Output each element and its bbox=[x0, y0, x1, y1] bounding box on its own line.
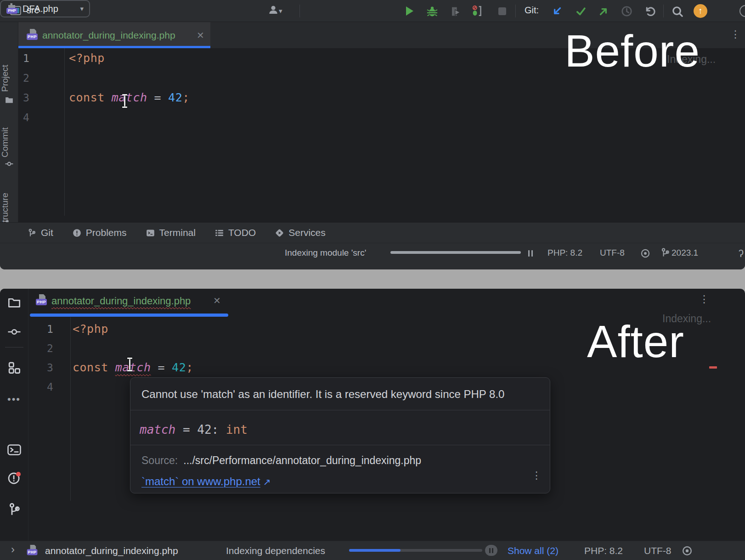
before-after-comparison: src ▾ PHP DFA.php ▾ bbox=[0, 0, 745, 560]
terminal-icon[interactable] bbox=[7, 444, 21, 458]
git-branch-icon[interactable] bbox=[8, 503, 21, 518]
debug-button[interactable] bbox=[426, 5, 438, 19]
php-open-tag: <?php bbox=[73, 322, 108, 336]
type-int: int bbox=[226, 423, 248, 437]
reader-mode-eye-icon[interactable] bbox=[640, 248, 650, 260]
branch-name[interactable]: 2023.1 bbox=[672, 248, 698, 258]
tab-filename[interactable]: annotator_during_indexing.php bbox=[51, 295, 191, 307]
text-cursor bbox=[126, 358, 134, 371]
statusbar-filename[interactable]: annotator_during_indexing.php bbox=[45, 545, 178, 556]
terminal-icon bbox=[146, 229, 155, 237]
user-profile-button[interactable]: ▾ bbox=[268, 0, 282, 22]
sidebar-item-commit[interactable]: Commit bbox=[0, 124, 18, 161]
reader-mode-eye-icon[interactable] bbox=[682, 545, 693, 558]
toolwindow-git[interactable]: Git bbox=[28, 227, 53, 238]
search-icon[interactable] bbox=[672, 6, 683, 19]
chevron-right-icon[interactable]: › bbox=[11, 543, 15, 556]
tab-filename: annotator_during_indexing.php bbox=[42, 30, 175, 41]
operator-equals: = bbox=[158, 361, 165, 374]
problems-icon bbox=[73, 229, 81, 237]
kebab-menu-icon[interactable]: ⋮ bbox=[531, 470, 542, 482]
profiler-button[interactable] bbox=[471, 5, 483, 19]
commit-icon[interactable] bbox=[5, 160, 13, 170]
folder-icon[interactable] bbox=[5, 96, 13, 105]
divider bbox=[130, 410, 550, 410]
project-folder-icon[interactable] bbox=[8, 297, 21, 310]
source-path: .../src/Performance/annotator_during_ind… bbox=[183, 454, 421, 466]
file-encoding-widget[interactable]: UTF-8 bbox=[644, 545, 672, 556]
git-branch-icon bbox=[28, 229, 36, 237]
line-number: 1 bbox=[23, 52, 41, 64]
close-icon[interactable]: ✕ bbox=[213, 295, 221, 306]
divider bbox=[5, 347, 23, 347]
git-commit-check-button[interactable] bbox=[575, 6, 587, 19]
pause-icon[interactable] bbox=[527, 250, 534, 258]
number-42: 42 bbox=[172, 361, 186, 374]
after-screenshot: ••• PHP annotator_during_indexing.php ✕ … bbox=[0, 289, 745, 560]
line-number: 3 bbox=[47, 362, 65, 374]
user-icon bbox=[268, 5, 279, 17]
line-number: 1 bbox=[47, 323, 65, 335]
chevron-down-icon: ▾ bbox=[80, 5, 84, 13]
toolwindow-problems[interactable]: Problems bbox=[73, 227, 127, 238]
clipped-icon bbox=[739, 5, 745, 17]
clipped-icon: ʔ bbox=[739, 248, 744, 260]
close-icon[interactable]: ✕ bbox=[197, 30, 204, 41]
php-version-widget[interactable]: PHP: 8.2 bbox=[584, 545, 623, 556]
kebab-menu-icon[interactable]: ⋮ bbox=[699, 294, 709, 304]
commit-icon[interactable] bbox=[7, 326, 21, 339]
indexing-progress-bar bbox=[349, 549, 482, 552]
identifier-match: match bbox=[112, 91, 147, 104]
error-message: Cannot use 'match' as an identifier. It … bbox=[141, 388, 504, 401]
number-42: 42 bbox=[168, 91, 182, 104]
git-branch-icon[interactable] bbox=[660, 248, 670, 259]
git-push-button[interactable] bbox=[598, 6, 610, 19]
file-encoding-widget[interactable]: UTF-8 bbox=[600, 248, 625, 258]
sidebar-item-project[interactable]: Project bbox=[0, 56, 18, 100]
toolwindow-services[interactable]: Services bbox=[275, 227, 326, 238]
more-icon[interactable]: ••• bbox=[7, 393, 21, 405]
stop-button[interactable] bbox=[498, 7, 506, 15]
active-tab-indicator bbox=[30, 314, 228, 317]
identifier-match: match bbox=[140, 423, 175, 437]
external-link-icon: ↗ bbox=[263, 476, 271, 487]
keyword-const: const bbox=[69, 91, 105, 104]
php-open-tag: <?php bbox=[69, 51, 105, 65]
keyword-const: const bbox=[73, 361, 108, 374]
text-cursor bbox=[121, 94, 129, 108]
line-number: 4 bbox=[47, 381, 65, 393]
rollback-undo-button[interactable] bbox=[644, 6, 655, 19]
line-number: 4 bbox=[23, 112, 41, 123]
code-line-1: <?php bbox=[69, 51, 105, 65]
ide-update-button[interactable]: ↑ bbox=[694, 4, 707, 18]
structure-squares-icon[interactable] bbox=[8, 361, 21, 376]
todo-list-icon bbox=[215, 229, 224, 237]
toolwindow-terminal[interactable]: Terminal bbox=[146, 227, 196, 238]
run-button[interactable] bbox=[406, 6, 413, 16]
gutter-separator bbox=[64, 48, 65, 216]
separator bbox=[515, 5, 516, 17]
after-label: After bbox=[587, 319, 684, 364]
line-number: 2 bbox=[47, 342, 65, 354]
line-number: 2 bbox=[23, 72, 41, 84]
chevron-down-icon: ▾ bbox=[279, 7, 282, 15]
show-all-link[interactable]: Show all (2) bbox=[508, 545, 559, 556]
tab-annotator-during-indexing[interactable]: PHP annotator_during_indexing.php ✕ bbox=[18, 22, 210, 48]
error-stripe-mark[interactable] bbox=[709, 366, 717, 369]
git-update-button[interactable] bbox=[551, 6, 563, 19]
run-with-coverage-button[interactable] bbox=[450, 6, 461, 19]
php-file-icon: PHP bbox=[27, 545, 39, 556]
php-version-widget[interactable]: PHP: 8.2 bbox=[547, 248, 582, 258]
pause-button[interactable] bbox=[485, 545, 497, 556]
kebab-menu-icon[interactable]: ⋮ bbox=[730, 29, 740, 39]
divider bbox=[130, 445, 550, 445]
title-bar: src ▾ PHP DFA.php ▾ bbox=[0, 0, 745, 22]
problems-icon[interactable] bbox=[7, 471, 21, 487]
toolwindow-todo[interactable]: TODO bbox=[215, 227, 256, 238]
php-net-link[interactable]: `match` on www.php.net↗ bbox=[141, 475, 271, 488]
tool-window-bar: Git Problems Terminal TODO Services bbox=[0, 222, 745, 243]
before-screenshot: src ▾ PHP DFA.php ▾ bbox=[0, 0, 745, 269]
php-run-config-icon: PHP bbox=[6, 3, 18, 15]
semicolon: ; bbox=[186, 361, 193, 374]
history-clock-icon[interactable] bbox=[621, 6, 632, 19]
